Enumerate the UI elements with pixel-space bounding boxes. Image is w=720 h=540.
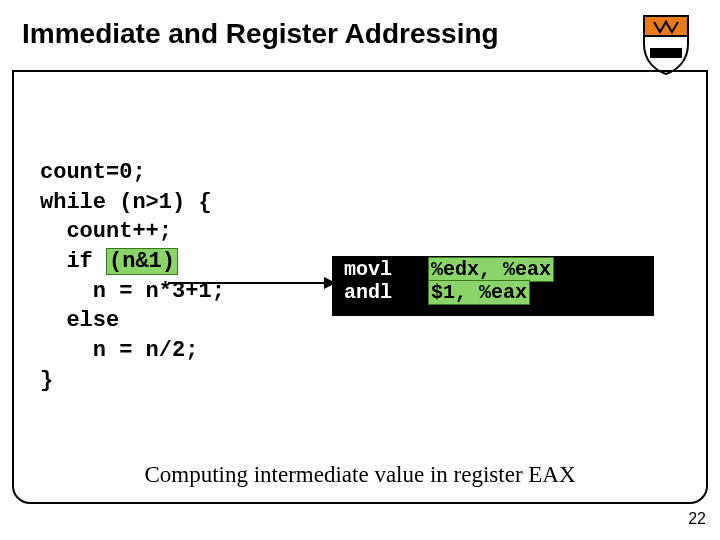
- code-line: else: [40, 308, 119, 333]
- svg-rect-0: [650, 48, 682, 58]
- asm-op: andl: [344, 281, 392, 304]
- code-line: count++;: [40, 219, 172, 244]
- assembly-code: movl %edx, %eax andl $1, %eax: [344, 258, 554, 304]
- asm-highlight: $1, %eax: [428, 280, 530, 305]
- code-line: if: [40, 249, 106, 274]
- code-line: }: [40, 368, 53, 393]
- asm-op: movl: [344, 258, 392, 281]
- c-source-code: count=0; while (n>1) { count++; if (n&1)…: [40, 158, 225, 396]
- code-highlight: (n&1): [106, 248, 178, 275]
- slide-title: Immediate and Register Addressing: [22, 18, 499, 50]
- code-line: while (n>1) {: [40, 190, 212, 215]
- code-line: count=0;: [40, 160, 146, 185]
- princeton-shield-icon: [640, 14, 692, 76]
- slide-caption: Computing intermediate value in register…: [0, 462, 720, 488]
- arrow-icon: [168, 282, 334, 284]
- slide: Immediate and Register Addressing count=…: [0, 0, 720, 540]
- page-number: 22: [688, 510, 706, 528]
- asm-highlight: %edx, %eax: [428, 257, 554, 282]
- code-line: n = n/2;: [40, 338, 198, 363]
